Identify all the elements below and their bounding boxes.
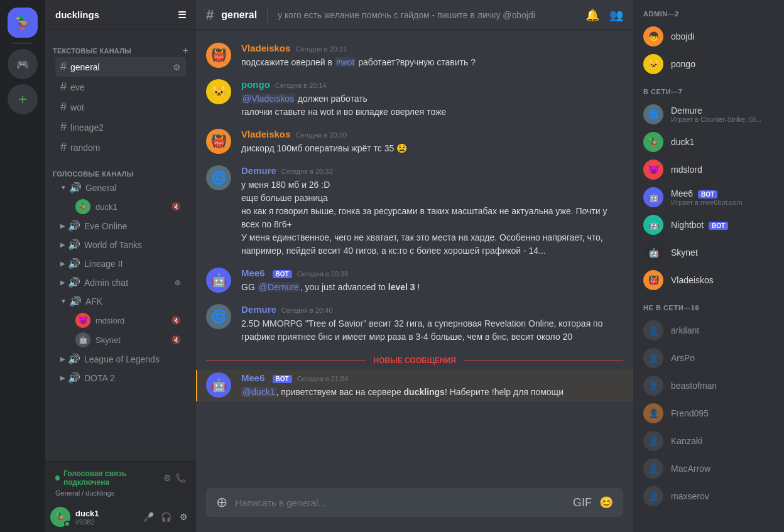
- voice-channel-wot[interactable]: ▶ 🔊 World of Tanks: [55, 236, 186, 254]
- voice-arrow-lol: ▶: [60, 356, 65, 362]
- channel-item-lineage2[interactable]: # lineage2: [55, 117, 186, 137]
- input-icons: GIF 😊: [573, 496, 613, 509]
- voice-member-mdslord[interactable]: 😈 mdslord 🔇: [55, 311, 186, 330]
- add-text-channel-icon[interactable]: +: [183, 45, 188, 57]
- voice-channels-label: ГОЛОСОВЫЕ КАНАЛЫ: [53, 170, 134, 178]
- member-name-kanzaki: Kanzaki: [671, 436, 774, 446]
- message-author-1[interactable]: Vladeiskos: [241, 43, 290, 53]
- server-name-bar[interactable]: ducklings ☰: [45, 0, 196, 30]
- notification-bell-icon[interactable]: 🔔: [585, 8, 599, 22]
- text-channels-category: ТЕКСТОВЫЕ КАНАЛЫ + # general ⚙ # eve # w…: [45, 35, 196, 160]
- voice-member-duck1[interactable]: 🦆 duck1 🔇: [55, 197, 186, 216]
- member-info-macarrow: MacArrow: [671, 464, 774, 474]
- voice-channel-afk[interactable]: ▼ 🔊 AFK: [55, 292, 186, 310]
- list-item[interactable]: 🤖 Skynet: [638, 239, 779, 266]
- voice-channel-lineage2[interactable]: ▶ 🔊 Lineage II: [55, 254, 186, 273]
- member-category-admin-label: ADMIN—2: [638, 10, 779, 18]
- message-header-5: Mee6 BOT Сегодня в 20:36: [241, 268, 623, 278]
- server-divider: [13, 43, 33, 44]
- message-author-5[interactable]: Mee6: [241, 268, 265, 278]
- message-author-7[interactable]: Mee6: [241, 372, 265, 383]
- channel-item-wot[interactable]: # wot: [55, 97, 186, 117]
- message-author-3[interactable]: Vladeiskos: [241, 129, 290, 139]
- voice-speaker-icon-6: 🔊: [69, 295, 82, 307]
- voice-channel-dota2[interactable]: ▶ 🔊 DOTA 2: [55, 369, 186, 387]
- channels-container: ТЕКСТОВЫЕ КАНАЛЫ + # general ⚙ # eve # w…: [45, 30, 196, 461]
- text-channels-label: ТЕКСТОВЫЕ КАНАЛЫ: [53, 47, 131, 55]
- list-item[interactable]: 👤 Kanzaki: [638, 427, 779, 455]
- list-item[interactable]: 👤 ArsPo: [638, 344, 779, 372]
- server-icon-ducklings[interactable]: 🦆: [8, 8, 38, 38]
- list-item[interactable]: 🐱 pongo: [638, 50, 779, 78]
- server-name: ducklings: [55, 9, 99, 20]
- channel-mention-wot[interactable]: #wot: [335, 57, 356, 67]
- message-author-6[interactable]: Demure: [241, 304, 276, 315]
- add-server-button[interactable]: +: [8, 84, 38, 114]
- emoji-icon[interactable]: 😊: [599, 496, 613, 509]
- member-info-mee6: Mee6 BOT Играет в mee6bot.com: [671, 188, 774, 206]
- list-item[interactable]: 👤 arkilant: [638, 317, 779, 344]
- user-info: duck1 #9382: [75, 509, 136, 526]
- voice-disconnect-icon[interactable]: 📞: [175, 473, 186, 483]
- avatar: 👤: [643, 486, 663, 506]
- list-item[interactable]: 👹 Vladeiskos: [638, 266, 779, 294]
- member-sub-mee6: Играет в mee6bot.com: [671, 198, 774, 206]
- server-icon-2[interactable]: 🎮: [8, 49, 38, 79]
- list-item[interactable]: 🦆 duck1: [638, 128, 779, 156]
- user-settings-button[interactable]: ⚙: [176, 509, 191, 524]
- message-time-2: Сегодня в 20:14: [275, 82, 327, 89]
- list-item[interactable]: 👦 obojdi: [638, 23, 779, 50]
- channel-item-eve[interactable]: # eve: [55, 77, 186, 97]
- list-item[interactable]: 👤 beastofman: [638, 372, 779, 399]
- message-author-4[interactable]: Demure: [241, 165, 276, 176]
- list-item[interactable]: 🤖 Mee6 BOT Играет в mee6bot.com: [638, 183, 779, 211]
- list-item[interactable]: 👤 Frend095: [638, 399, 779, 427]
- avatar: 😈: [643, 160, 663, 180]
- user-mention-vladeiskos[interactable]: @Vladeiskos: [241, 94, 295, 104]
- upload-button[interactable]: ⊕: [216, 488, 227, 517]
- chat-header-hash: #: [206, 7, 214, 23]
- message-input-area: ⊕ GIF 😊: [196, 488, 633, 532]
- channel-settings-icon[interactable]: ⚙: [173, 62, 181, 72]
- user-mention-duck1[interactable]: @duck1: [241, 387, 276, 397]
- list-item[interactable]: 👤 MacArrow: [638, 455, 779, 482]
- voice-channel-add-icon[interactable]: ⊕: [175, 278, 181, 287]
- avatar: 🤖: [206, 372, 231, 398]
- message-header-1: Vladeiskos Сегодня в 20:11: [241, 43, 623, 53]
- message-header-3: Vladeiskos Сегодня в 20:30: [241, 129, 623, 139]
- member-info-arspo: ArsPo: [671, 353, 774, 363]
- voice-channel-lol[interactable]: ▶ 🔊 League of Legends: [55, 350, 186, 368]
- message-input[interactable]: [235, 490, 565, 516]
- voice-settings-icon[interactable]: ⚙: [163, 473, 172, 483]
- user-bar: 🦆 duck1 #9382 🎤 🎧 ⚙: [45, 502, 196, 532]
- gif-icon[interactable]: GIF: [573, 496, 592, 509]
- member-name-vladeiskos: Vladeiskos: [671, 275, 774, 285]
- mute-button[interactable]: 🎤: [141, 509, 156, 524]
- channel-item-random[interactable]: # random: [55, 138, 186, 157]
- list-item[interactable]: 😈 mdslord: [638, 156, 779, 183]
- message-text-6: 2.5D MMORPG "Tree of Savior" весит 32 ги…: [241, 317, 623, 344]
- list-item[interactable]: 🌀 Demure Играет в Counter-Strike: Gl...: [638, 100, 779, 128]
- deafen-button[interactable]: 🎧: [158, 509, 173, 524]
- member-info-skynet: Skynet: [671, 247, 774, 258]
- list-item[interactable]: 👤 maxserov: [638, 482, 779, 510]
- members-list-icon[interactable]: 👥: [609, 8, 623, 22]
- channel-item-general[interactable]: # general ⚙: [55, 57, 186, 77]
- message-author-2[interactable]: pongo: [241, 79, 270, 90]
- member-sidebar: ADMIN—2 👦 obojdi 🐱 pongo В СЕТИ—7 🌀 Demu…: [633, 0, 784, 532]
- voice-member-skynet[interactable]: 🤖 Skynet 🔇: [55, 330, 186, 349]
- server-menu-icon[interactable]: ☰: [178, 9, 186, 21]
- table-row: 🐱 pongo Сегодня в 20:14 @Vladeiskos долж…: [196, 77, 633, 121]
- voice-channel-general[interactable]: ▼ 🔊 General: [55, 178, 186, 197]
- text-channels-header[interactable]: ТЕКСТОВЫЕ КАНАЛЫ +: [50, 45, 191, 57]
- voice-channel-adminchat[interactable]: ▶ 🔊 Admin chat ⊕: [55, 273, 186, 291]
- voice-speaker-icon-2: 🔊: [68, 220, 80, 232]
- user-tag: #9382: [75, 518, 136, 526]
- list-item[interactable]: 🤖 Nightbot BOT: [638, 211, 779, 239]
- user-mention-demure[interactable]: @Demure: [258, 282, 300, 292]
- avatar: 👹: [206, 43, 231, 68]
- avatar: 🌀: [206, 304, 231, 329]
- channel-name-general: general: [70, 62, 100, 72]
- voice-channel-eveonline[interactable]: ▶ 🔊 Eve Online: [55, 217, 186, 235]
- voice-channels-header[interactable]: ГОЛОСОВЫЕ КАНАЛЫ: [50, 170, 191, 178]
